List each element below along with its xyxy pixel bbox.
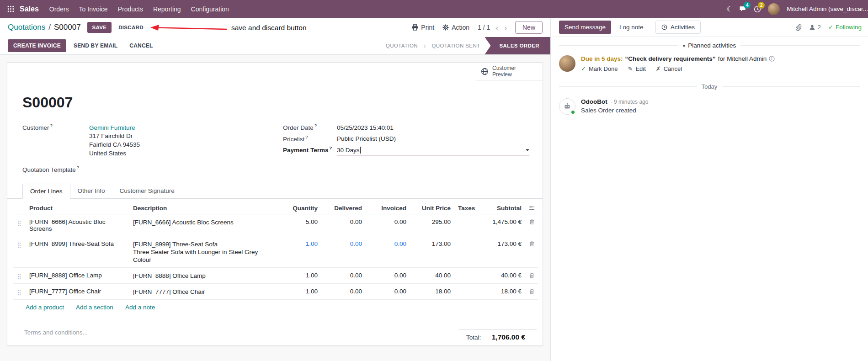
add-note-link[interactable]: Add a note <box>125 304 155 311</box>
optional-columns-icon[interactable] <box>525 202 538 214</box>
delete-row-icon[interactable] <box>525 236 538 268</box>
tab-order-lines[interactable]: Order Lines <box>22 184 70 199</box>
following-button[interactable]: ✓ Following <box>828 24 862 31</box>
cell-delivered[interactable]: 0.00 <box>321 284 366 300</box>
cell-taxes[interactable] <box>454 214 486 236</box>
menu-to-invoice[interactable]: To Invoice <box>74 0 113 18</box>
customer-address-line: Fairfield CA 94535 <box>89 140 140 149</box>
stage-quotation[interactable]: QUOTATION <box>381 37 422 54</box>
menu-products[interactable]: Products <box>113 0 148 18</box>
cell-unit-price[interactable]: 295.00 <box>410 214 454 236</box>
cell-delivered[interactable]: 0.00 <box>321 214 366 236</box>
user-name[interactable]: Mitchell Admin (save_discar... <box>787 5 868 12</box>
cell-unit-price[interactable]: 40.00 <box>410 268 454 284</box>
delete-row-icon[interactable] <box>525 284 538 300</box>
apps-grid-icon[interactable] <box>5 3 17 15</box>
cancel-button[interactable]: CANCEL <box>125 39 157 52</box>
cell-quantity[interactable]: 1.00 <box>280 236 321 268</box>
order-date-value[interactable]: 05/25/2023 15:40:01 <box>337 124 394 131</box>
dark-mode-moon-icon[interactable]: ☾ <box>727 5 733 13</box>
tab-customer-signature[interactable]: Customer Signature <box>112 184 182 199</box>
breadcrumb-current: S00007 <box>54 23 81 32</box>
stage-quotation-sent[interactable]: QUOTATION SENT <box>427 37 485 54</box>
planned-activities-header[interactable]: ▾ Planned activities <box>551 42 868 49</box>
log-note-button[interactable]: Log note <box>619 24 644 31</box>
customer-address-line: 317 Fairchild Dr <box>89 132 140 140</box>
menu-reporting[interactable]: Reporting <box>148 0 186 18</box>
drag-handle-icon[interactable] <box>13 284 26 300</box>
menu-configuration[interactable]: Configuration <box>186 0 234 18</box>
edit-activity-button[interactable]: ✎Edit <box>628 65 645 72</box>
customer-value: Gemini Furniture 317 Fairchild Dr Fairfi… <box>89 123 140 158</box>
cell-invoiced[interactable]: 0.00 <box>366 214 410 236</box>
pager-previous-icon[interactable]: ‹ <box>495 23 498 32</box>
cell-delivered[interactable]: 0.00 <box>321 236 366 268</box>
drag-handle-icon[interactable] <box>13 236 26 268</box>
cell-product[interactable]: [FURN_7777] Office Chair <box>26 284 129 300</box>
cell-description[interactable]: [FURN_6666] Acoustic Bloc Screens <box>129 214 280 236</box>
cell-unit-price[interactable]: 173.00 <box>410 236 454 268</box>
cell-quantity[interactable]: 1.00 <box>280 284 321 300</box>
delete-row-icon[interactable] <box>525 214 538 236</box>
cell-product[interactable]: [FURN_8888] Office Lamp <box>26 268 129 284</box>
cell-description[interactable]: [FURN_8888] Office Lamp <box>129 268 280 284</box>
cell-unit-price[interactable]: 18.00 <box>410 284 454 300</box>
customer-link[interactable]: Gemini Furniture <box>89 124 135 131</box>
total-label: Total: <box>466 334 481 341</box>
terms-placeholder[interactable]: Terms and conditions... <box>24 329 88 341</box>
save-button[interactable]: SAVE <box>87 22 112 33</box>
cell-product[interactable]: [FURN_8999] Three-Seat Sofa <box>26 236 129 268</box>
tab-other-info[interactable]: Other Info <box>70 184 112 199</box>
menu-orders[interactable]: Orders <box>44 0 74 18</box>
send-message-button[interactable]: Send message <box>559 21 611 34</box>
cell-product[interactable]: [FURN_6666] Acoustic Bloc Screens <box>26 214 129 236</box>
delete-row-icon[interactable] <box>525 268 538 284</box>
pager-next-icon[interactable]: › <box>504 23 507 32</box>
messages-icon[interactable]: 4 <box>740 5 747 13</box>
cell-invoiced[interactable]: 0.00 <box>366 268 410 284</box>
cell-description[interactable]: [FURN_8999] Three-Seat Sofa Three Seater… <box>129 236 280 268</box>
send-by-email-button[interactable]: SEND BY EMAIL <box>69 39 122 52</box>
info-icon[interactable] <box>769 56 775 62</box>
new-button[interactable]: New <box>515 21 543 34</box>
cell-taxes[interactable] <box>454 268 486 284</box>
discard-button[interactable]: DISCARD <box>114 22 148 33</box>
payment-terms-input[interactable]: 30 Days <box>337 147 529 155</box>
activities-clock-icon[interactable]: 2 <box>754 5 761 13</box>
customer-preview-button[interactable]: Customer Preview <box>476 63 543 80</box>
attachment-paperclip-icon[interactable] <box>795 24 802 31</box>
table-row: [FURN_8888] Office Lamp [FURN_8888] Offi… <box>13 268 538 284</box>
drag-handle-icon[interactable] <box>13 268 26 284</box>
cancel-activity-button[interactable]: ✗Cancel <box>656 65 682 72</box>
app-name[interactable]: Sales <box>20 5 39 13</box>
add-product-link[interactable]: Add a product <box>26 304 64 311</box>
action-button[interactable]: Action <box>442 24 469 31</box>
record-title[interactable]: S00007 <box>22 95 543 110</box>
user-avatar[interactable] <box>768 3 780 15</box>
cell-taxes[interactable] <box>454 284 486 300</box>
table-row: [FURN_8999] Three-Seat Sofa [FURN_8999] … <box>13 236 538 268</box>
print-button[interactable]: Print <box>412 24 434 31</box>
breadcrumb-quotations-link[interactable]: Quotations <box>8 23 45 32</box>
check-icon: ✓ <box>581 65 586 72</box>
cell-quantity[interactable]: 1.00 <box>280 268 321 284</box>
activity-assignee: for Mitchell Admin <box>718 55 767 62</box>
mark-done-button[interactable]: ✓Mark Done <box>581 65 618 72</box>
create-invoice-button[interactable]: CREATE INVOICE <box>8 39 66 52</box>
cell-description[interactable]: [FURN_7777] Office Chair <box>129 284 280 300</box>
message-author[interactable]: OdooBot <box>581 98 607 105</box>
drag-handle-icon[interactable] <box>13 214 26 236</box>
cell-taxes[interactable] <box>454 236 486 268</box>
cell-delivered[interactable]: 0.00 <box>321 268 366 284</box>
cell-invoiced[interactable]: 0.00 <box>366 236 410 268</box>
stage-sales-order-active[interactable]: SALES ORDER <box>485 37 550 54</box>
print-label: Print <box>421 24 434 31</box>
activities-button[interactable]: Activities <box>655 21 701 34</box>
cell-quantity[interactable]: 5.00 <box>280 214 321 236</box>
help-marker: ? <box>314 123 317 128</box>
followers-button[interactable]: 2 <box>809 24 821 31</box>
add-section-link[interactable]: Add a section <box>76 304 113 311</box>
dropdown-caret-icon[interactable] <box>526 149 529 151</box>
cell-invoiced[interactable]: 0.00 <box>366 284 410 300</box>
pricelist-value[interactable]: Public Pricelist (USD) <box>337 135 396 142</box>
